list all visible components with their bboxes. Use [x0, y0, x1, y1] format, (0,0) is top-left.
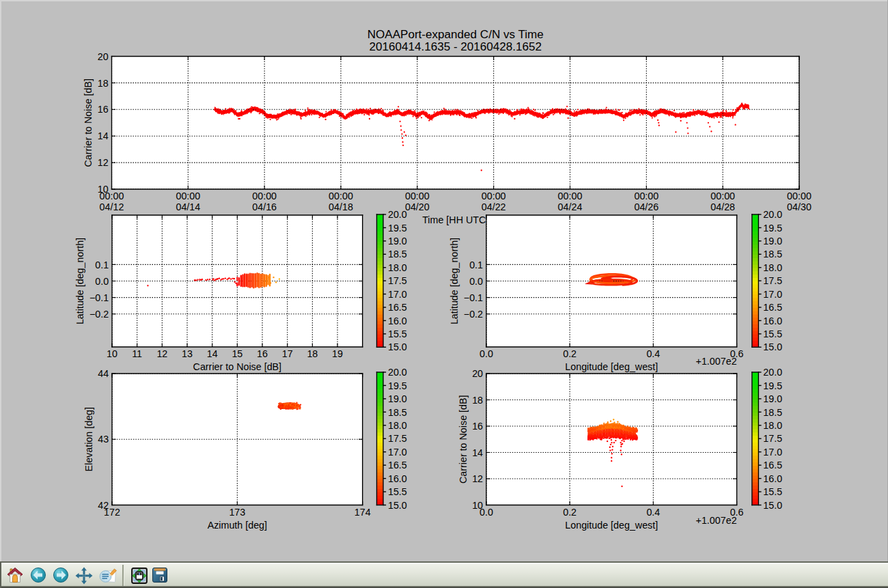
svg-text:17.5: 17.5 — [388, 433, 407, 444]
svg-text:16.0: 16.0 — [763, 473, 782, 484]
svg-text:19.0: 19.0 — [763, 236, 782, 247]
svg-text:16.5: 16.5 — [388, 302, 407, 313]
svg-text:Carrier to Noise [dB]: Carrier to Noise [dB] — [83, 79, 94, 167]
svg-text:16.5: 16.5 — [388, 460, 407, 471]
svg-text:18.0: 18.0 — [388, 420, 407, 431]
svg-text:20: 20 — [98, 51, 109, 62]
svg-text:04/20: 04/20 — [405, 201, 430, 212]
svg-text:17.0: 17.0 — [763, 289, 782, 300]
svg-text:15.0: 15.0 — [763, 500, 782, 511]
svg-text:Latitude [deg_north]: Latitude [deg_north] — [74, 238, 85, 324]
svg-text:−0.2: −0.2 — [89, 309, 109, 320]
svg-text:00:00: 00:00 — [634, 191, 658, 201]
svg-text:15.0: 15.0 — [388, 500, 407, 511]
svg-text:0.1: 0.1 — [95, 260, 109, 270]
svg-text:+1.007e2: +1.007e2 — [696, 515, 737, 526]
svg-text:04/26: 04/26 — [634, 201, 658, 212]
svg-text:00:00: 00:00 — [329, 191, 353, 201]
svg-text:19.0: 19.0 — [388, 393, 407, 404]
svg-text:17: 17 — [282, 348, 293, 359]
svg-text:00:00: 00:00 — [710, 191, 735, 201]
svg-text:16: 16 — [98, 104, 109, 115]
svg-text:16: 16 — [472, 421, 483, 432]
svg-text:12: 12 — [98, 157, 109, 168]
svg-text:Time [HH UTC]: Time [HH UTC] — [422, 214, 488, 225]
svg-text:15.5: 15.5 — [388, 328, 407, 339]
svg-text:04/30: 04/30 — [787, 201, 811, 212]
svg-text:20.0: 20.0 — [763, 367, 782, 378]
svg-text:Azimuth [deg]: Azimuth [deg] — [208, 520, 267, 531]
svg-text:18.0: 18.0 — [763, 262, 782, 273]
svg-text:+1.007e2: +1.007e2 — [696, 356, 737, 367]
svg-text:0.4: 0.4 — [646, 348, 660, 359]
svg-text:04/24: 04/24 — [558, 201, 583, 212]
svg-text:174: 174 — [355, 507, 371, 518]
svg-text:Longitude [deg_west]: Longitude [deg_west] — [565, 361, 658, 372]
svg-text:173: 173 — [229, 507, 245, 518]
svg-text:−0.1: −0.1 — [89, 292, 109, 303]
svg-text:0.1: 0.1 — [469, 260, 483, 270]
svg-text:04/18: 04/18 — [329, 201, 353, 212]
svg-text:17.0: 17.0 — [388, 289, 407, 300]
svg-text:16.5: 16.5 — [763, 302, 782, 313]
svg-text:18: 18 — [472, 395, 483, 406]
svg-text:17.0: 17.0 — [388, 447, 407, 458]
svg-text:19: 19 — [332, 348, 343, 359]
svg-text:Carrier to Noise [dB]: Carrier to Noise [dB] — [193, 361, 282, 372]
svg-text:19.5: 19.5 — [388, 380, 407, 391]
svg-text:19.5: 19.5 — [388, 223, 407, 234]
svg-text:18.5: 18.5 — [388, 407, 407, 418]
svg-text:11: 11 — [132, 348, 142, 359]
svg-text:15.5: 15.5 — [763, 328, 782, 339]
svg-text:15.0: 15.0 — [388, 341, 407, 352]
svg-text:44: 44 — [98, 368, 109, 379]
svg-text:0.0: 0.0 — [95, 276, 109, 287]
svg-text:0.0: 0.0 — [469, 276, 483, 287]
svg-text:0.2: 0.2 — [563, 348, 577, 359]
svg-text:15: 15 — [232, 348, 242, 359]
svg-text:17.5: 17.5 — [763, 275, 782, 286]
svg-text:00:00: 00:00 — [176, 191, 200, 201]
svg-text:04/12: 04/12 — [100, 201, 124, 212]
svg-text:Longitude [deg_west]: Longitude [deg_west] — [565, 520, 658, 531]
svg-text:42: 42 — [98, 500, 109, 511]
svg-text:Carrier to Noise [dB]: Carrier to Noise [dB] — [458, 395, 469, 484]
svg-text:19.0: 19.0 — [763, 393, 782, 404]
svg-text:−0.2: −0.2 — [464, 309, 483, 320]
svg-text:43: 43 — [98, 434, 109, 445]
svg-text:10: 10 — [472, 500, 483, 511]
svg-text:12: 12 — [156, 348, 167, 359]
svg-text:13: 13 — [182, 348, 193, 359]
svg-text:10: 10 — [98, 184, 109, 195]
svg-text:18.0: 18.0 — [763, 420, 782, 431]
svg-text:04/16: 04/16 — [252, 201, 277, 212]
svg-text:0.2: 0.2 — [563, 507, 577, 518]
svg-text:20: 20 — [472, 368, 483, 379]
svg-text:18.5: 18.5 — [763, 249, 782, 260]
svg-text:14: 14 — [207, 348, 218, 359]
svg-text:00:00: 00:00 — [558, 191, 583, 201]
svg-text:20.0: 20.0 — [388, 209, 407, 220]
svg-text:16.0: 16.0 — [388, 316, 407, 326]
svg-text:19.0: 19.0 — [388, 236, 407, 247]
svg-text:15.5: 15.5 — [763, 486, 782, 497]
svg-text:16.0: 16.0 — [388, 473, 407, 484]
svg-text:10: 10 — [107, 348, 117, 359]
svg-text:17.5: 17.5 — [763, 433, 782, 444]
svg-text:12: 12 — [472, 473, 483, 484]
svg-text:00:00: 00:00 — [252, 191, 277, 201]
svg-text:17.0: 17.0 — [763, 447, 782, 458]
svg-text:15.0: 15.0 — [763, 341, 782, 352]
svg-text:14: 14 — [472, 447, 483, 458]
svg-text:16.5: 16.5 — [763, 460, 782, 471]
svg-text:04/28: 04/28 — [710, 201, 735, 212]
svg-text:Latitude [deg_north]: Latitude [deg_north] — [449, 238, 460, 324]
svg-text:20.0: 20.0 — [388, 367, 407, 378]
svg-text:00:00: 00:00 — [787, 191, 811, 201]
svg-text:15.5: 15.5 — [388, 486, 407, 497]
svg-text:16.0: 16.0 — [763, 316, 782, 326]
svg-text:14: 14 — [98, 130, 109, 141]
svg-text:Elevation [deg]: Elevation [deg] — [83, 407, 94, 472]
svg-text:18.0: 18.0 — [388, 262, 407, 273]
svg-text:18: 18 — [307, 348, 318, 359]
